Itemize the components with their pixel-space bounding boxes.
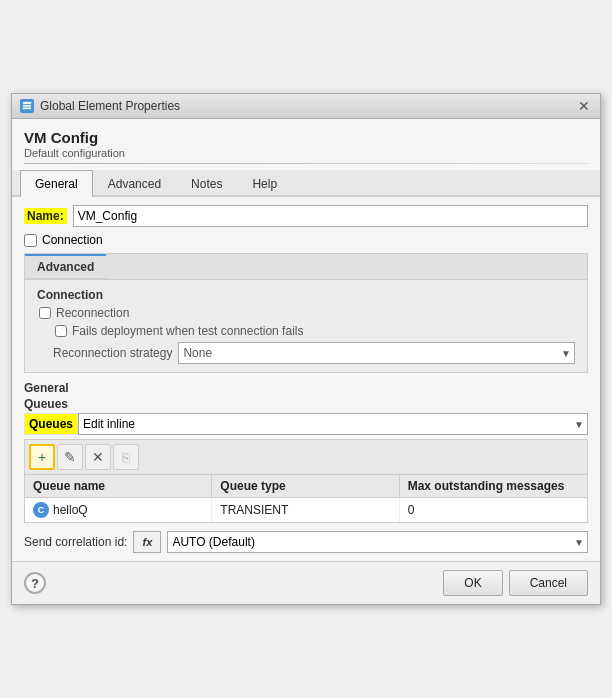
reconnection-row: Reconnection <box>37 306 575 320</box>
header-separator <box>24 163 588 164</box>
queues-toolbar: + ✎ ✕ ⎘ <box>24 439 588 474</box>
help-button[interactable]: ? <box>24 572 46 594</box>
delete-icon: ✕ <box>92 449 104 465</box>
ok-button[interactable]: OK <box>443 570 502 596</box>
table-row[interactable]: C helloQ TRANSIENT 0 <box>25 498 587 522</box>
correlation-select[interactable]: AUTO (Default) <box>167 531 588 553</box>
tabs-bar: General Advanced Notes Help <box>12 170 600 197</box>
element-title: VM Config <box>24 129 588 146</box>
send-correlation-row: Send correlation id: fx AUTO (Default) ▼ <box>24 531 588 553</box>
queues-select-wrapper: Edit inline ▼ <box>78 413 588 435</box>
tab-notes[interactable]: Notes <box>176 170 237 197</box>
duplicate-queue-button[interactable]: ⎘ <box>113 444 139 470</box>
strategy-label: Reconnection strategy <box>53 346 172 360</box>
name-label: Name: <box>24 208 67 224</box>
title-bar: Global Element Properties ✕ <box>12 94 600 119</box>
cancel-button[interactable]: Cancel <box>509 570 588 596</box>
connection-checkbox-row: Connection <box>24 233 588 247</box>
cell-queue-name: C helloQ <box>25 498 212 522</box>
element-subtitle: Default configuration <box>24 147 588 159</box>
delete-queue-button[interactable]: ✕ <box>85 444 111 470</box>
dialog-icon <box>20 99 34 113</box>
add-queue-button[interactable]: + <box>29 444 55 470</box>
queues-dropdown-label: Queues <box>24 413 78 435</box>
advanced-panel-tab[interactable]: Advanced <box>25 254 106 279</box>
connection-section-title: Connection <box>37 288 575 302</box>
name-input[interactable] <box>73 205 588 227</box>
advanced-inner-panel: Advanced Connection Reconnection Fails d… <box>24 253 588 373</box>
strategy-select[interactable]: None <box>178 342 575 364</box>
dialog-container: Global Element Properties ✕ VM Config De… <box>11 93 601 605</box>
add-icon: + <box>38 449 46 465</box>
reconnection-label: Reconnection <box>56 306 129 320</box>
col-queue-name: Queue name <box>25 475 212 497</box>
correlation-select-wrapper: AUTO (Default) ▼ <box>167 531 588 553</box>
strategy-select-wrapper: None ▼ <box>178 342 575 364</box>
queues-section-label: Queues <box>24 397 588 411</box>
duplicate-icon: ⎘ <box>122 450 130 465</box>
queue-icon: C <box>33 502 49 518</box>
general-section-label: General <box>24 381 588 395</box>
svg-rect-1 <box>23 102 31 104</box>
footer-buttons: OK Cancel <box>443 570 588 596</box>
edit-icon: ✎ <box>64 449 76 465</box>
fx-button[interactable]: fx <box>133 531 161 553</box>
col-max-outstanding: Max outstanding messages <box>400 475 587 497</box>
close-button[interactable]: ✕ <box>576 98 592 114</box>
cell-max-outstanding: 0 <box>400 498 587 522</box>
reconnect-sub: Fails deployment when test connection fa… <box>37 324 575 364</box>
fails-deployment-row: Fails deployment when test connection fa… <box>53 324 575 338</box>
svg-rect-3 <box>23 108 31 110</box>
edit-queue-button[interactable]: ✎ <box>57 444 83 470</box>
dialog-footer: ? OK Cancel <box>12 561 600 604</box>
strategy-row: Reconnection strategy None ▼ <box>53 342 575 364</box>
connection-label: Connection <box>42 233 103 247</box>
queues-select[interactable]: Edit inline <box>78 413 588 435</box>
cell-queue-type: TRANSIENT <box>212 498 399 522</box>
general-section: General Queues Queues Edit inline ▼ + ✎ <box>24 381 588 523</box>
advanced-panel-body: Connection Reconnection Fails deployment… <box>25 280 587 372</box>
reconnection-checkbox[interactable] <box>39 307 51 319</box>
queues-table: Queue name Queue type Max outstanding me… <box>24 474 588 523</box>
queues-dropdown-row: Queues Edit inline ▼ <box>24 413 588 435</box>
svg-rect-2 <box>23 105 31 107</box>
tab-general[interactable]: General <box>20 170 93 197</box>
title-bar-text: Global Element Properties <box>40 99 570 113</box>
help-icon: ? <box>31 576 39 591</box>
fails-deployment-label: Fails deployment when test connection fa… <box>72 324 303 338</box>
table-header: Queue name Queue type Max outstanding me… <box>25 475 587 498</box>
dialog-body: Name: Connection Advanced Connection Rec… <box>12 197 600 561</box>
tab-help[interactable]: Help <box>237 170 292 197</box>
send-correlation-label: Send correlation id: <box>24 535 127 549</box>
tab-advanced[interactable]: Advanced <box>93 170 176 197</box>
fails-deployment-checkbox[interactable] <box>55 325 67 337</box>
col-queue-type: Queue type <box>212 475 399 497</box>
connection-checkbox[interactable] <box>24 234 37 247</box>
dialog-header: VM Config Default configuration <box>12 119 600 170</box>
name-field-row: Name: <box>24 205 588 227</box>
fx-icon: fx <box>143 536 153 548</box>
